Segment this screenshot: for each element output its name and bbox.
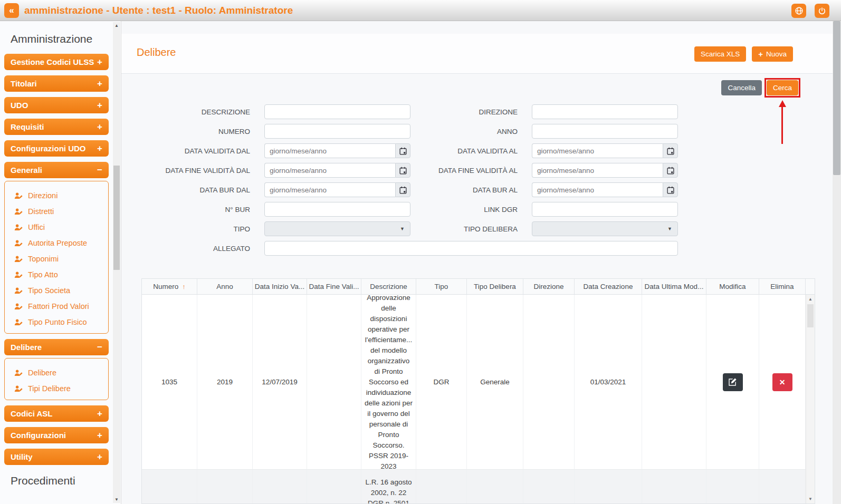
sidebar-item-direzioni[interactable]: Direzioni	[5, 188, 108, 203]
data-fine-validita-dal-input[interactable]	[264, 163, 395, 178]
group-label: Generali	[11, 166, 42, 175]
group-label: UDO	[11, 101, 28, 110]
calendar-button[interactable]	[663, 163, 678, 178]
direzione-label: DIREZIONE	[425, 108, 518, 116]
data-fine-validita-al-input[interactable]	[532, 163, 663, 178]
sidebar-group-generali[interactable]: Generali −	[4, 162, 109, 178]
sidebar-group-utility[interactable]: Utility +	[4, 449, 109, 465]
calendar-button[interactable]	[663, 143, 678, 158]
col-header-anno[interactable]: Anno	[197, 279, 253, 294]
link-dgr-input[interactable]	[532, 202, 678, 217]
window-scrollbar[interactable]	[833, 21, 841, 504]
sidebar-item-tipo-atto[interactable]: Tipo Atto	[5, 267, 108, 283]
scroll-down-icon[interactable]: ▼	[806, 497, 815, 501]
col-header-data-fine[interactable]: Data Fine Vali...	[307, 279, 361, 294]
sidebar-group-titolari[interactable]: Titolari +	[4, 75, 109, 92]
group-label: Gestione Codici ULSS	[11, 57, 94, 66]
collapse-icon: «	[9, 4, 14, 17]
cell-modifica	[706, 295, 759, 470]
sidebar-group-gestione-codici-ulss[interactable]: Gestione Codici ULSS +	[4, 54, 109, 70]
sidebar-group-codici-asl[interactable]: Codici ASL +	[4, 405, 109, 422]
cancella-button[interactable]: Cancella	[721, 80, 762, 95]
cell-descrizione: L.R. 16 agosto 2002, n. 22 DGR n. 2501	[361, 470, 416, 504]
search-filter-form: DESCRIZIONE DIREZIONE NUMERO ANNO DATA V…	[136, 104, 678, 256]
sidebar-group-configurazioni[interactable]: Configurazioni +	[4, 427, 109, 443]
sidebar-group-configurazioni-udo[interactable]: Configurazioni UDO +	[4, 140, 109, 157]
cell-numero	[142, 470, 197, 504]
direzione-input[interactable]	[532, 104, 678, 119]
chevron-down-icon: ▼	[667, 226, 672, 231]
app-header: « amministrazione - Utente : test1 - Ruo…	[0, 0, 841, 21]
tipo-delibera-select[interactable]: ▼	[532, 221, 678, 236]
data-bur-dal-input[interactable]	[264, 182, 395, 197]
scroll-down-icon[interactable]: ▼	[113, 497, 120, 502]
scarica-xls-button[interactable]: Scarica XLS	[694, 46, 746, 62]
expand-plus-icon: +	[97, 452, 102, 462]
tipo-delibera-label: TIPO DELIBERA	[425, 225, 518, 233]
sidebar-item-distretti[interactable]: Distretti	[5, 203, 108, 219]
calendar-button[interactable]	[395, 182, 410, 197]
scroll-up-icon[interactable]: ▲	[113, 23, 120, 28]
col-header-direzione[interactable]: Direzione	[523, 279, 575, 294]
data-validita-dal-input[interactable]	[264, 143, 395, 158]
allegato-input[interactable]	[264, 241, 678, 256]
sidebar-scrollbar[interactable]: ▲ ▼	[113, 22, 120, 503]
anno-label: ANNO	[425, 128, 518, 135]
col-header-data-creazione[interactable]: Data Creazione	[575, 279, 642, 294]
sidebar-item-tipi-delibere[interactable]: Tipi Delibere	[5, 381, 108, 396]
col-header-tipo[interactable]: Tipo	[416, 279, 467, 294]
col-header-descrizione[interactable]: Descrizione	[361, 279, 416, 294]
data-validita-al-input[interactable]	[532, 143, 663, 158]
sort-ascending-icon: ↑	[182, 283, 186, 290]
data-fine-validita-al-label: DATA FINE VALIDITÀ AL	[425, 167, 518, 175]
calendar-icon	[667, 147, 674, 155]
n-bur-input[interactable]	[264, 202, 410, 217]
col-header-data-inizio[interactable]: Data Inizio Va...	[253, 279, 307, 294]
sidebar-group-delibere[interactable]: Delibere −	[4, 339, 109, 355]
sidebar-item-uffici[interactable]: Uffici	[5, 219, 108, 235]
col-header-data-ultima-mod[interactable]: Data Ultima Mod...	[642, 279, 706, 294]
cell-data-ultima-mod	[642, 470, 706, 504]
descrizione-input[interactable]	[264, 104, 410, 119]
page-header-panel: Delibere Scarica XLS + Nuova	[121, 34, 833, 74]
calendar-button[interactable]	[395, 143, 410, 158]
table-scrollbar-thumb[interactable]	[807, 304, 814, 327]
sidebar-scrollbar-thumb[interactable]	[113, 166, 120, 270]
language-globe-button[interactable]	[791, 4, 806, 18]
expand-plus-icon: +	[97, 430, 102, 441]
data-validita-al-label: DATA VALIDITA AL	[425, 147, 518, 155]
cell-tipo	[416, 470, 467, 504]
chevron-down-icon: ▼	[400, 226, 405, 231]
window-scrollbar-thumb[interactable]	[833, 21, 840, 175]
sidebar-group-udo[interactable]: UDO +	[4, 97, 109, 113]
logout-power-button[interactable]	[815, 4, 829, 18]
expand-plus-icon: +	[97, 100, 102, 111]
tipo-select[interactable]: ▼	[264, 221, 410, 236]
data-bur-al-input[interactable]	[532, 182, 663, 197]
user-edit-icon	[14, 239, 23, 247]
col-header-numero[interactable]: Numero ↑	[142, 279, 197, 294]
sidebar-item-toponimi[interactable]: Toponimi	[5, 251, 108, 267]
data-fine-validita-dal-label: DATA FINE VALIDITÀ DAL	[136, 167, 250, 175]
delete-row-button[interactable]: ✕	[772, 373, 792, 391]
sidebar-item-fattori-prod-valori[interactable]: Fattori Prod Valori	[5, 298, 108, 314]
table-scrollbar[interactable]: ▲ ▼	[806, 295, 815, 503]
sidebar-item-delibere[interactable]: Delibere	[5, 365, 108, 381]
power-icon	[818, 7, 826, 15]
calendar-button[interactable]	[395, 163, 410, 178]
cell-numero: 1035	[142, 295, 197, 470]
sidebar-item-autorita-preposte[interactable]: Autorita Preposte	[5, 235, 108, 251]
sidebar-group-requisiti[interactable]: Requisiti +	[4, 119, 109, 135]
sidebar-item-tipo-punto-fisico[interactable]: Tipo Punto Fisico	[5, 314, 108, 330]
nuova-button[interactable]: + Nuova	[752, 46, 793, 62]
edit-row-button[interactable]	[723, 373, 743, 391]
numero-input[interactable]	[264, 124, 410, 139]
sidebar-collapse-button[interactable]: «	[4, 3, 19, 18]
sidebar-item-tipo-societa[interactable]: Tipo Societa	[5, 283, 108, 298]
col-header-tipo-delibera[interactable]: Tipo Delibera	[467, 279, 523, 294]
calendar-button[interactable]	[663, 182, 678, 197]
cerca-button[interactable]: Cerca	[767, 80, 798, 95]
scroll-up-icon[interactable]: ▲	[806, 297, 815, 302]
anno-input[interactable]	[532, 124, 678, 139]
sidebar: Amministrazione Gestione Codici ULSS + T…	[0, 21, 121, 504]
